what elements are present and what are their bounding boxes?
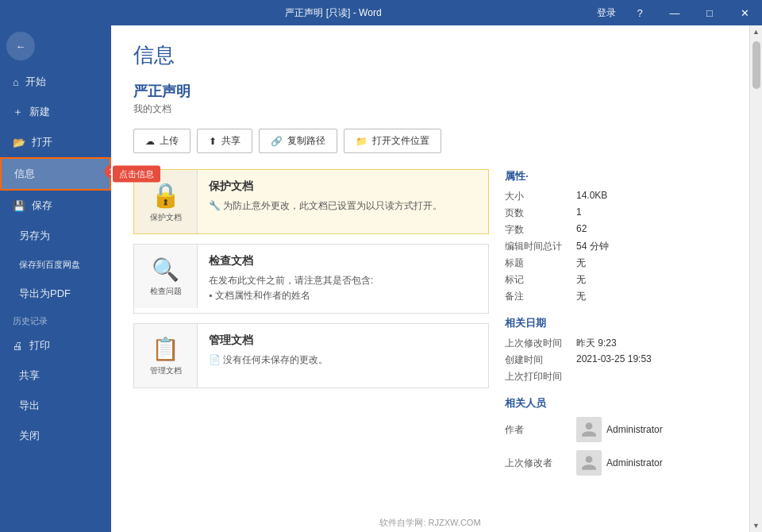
prop-row: 大小14.0KB (505, 190, 727, 203)
help-btn[interactable]: ? (629, 2, 651, 24)
prop-label: 字数 (505, 223, 576, 237)
doc-subtitle: 我的文档 (133, 102, 727, 116)
sidebar-item-home[interactable]: ⌂ 开始 (0, 67, 111, 97)
person-role-label: 作者 (505, 423, 576, 437)
date-row: 创建时间2021-03-25 19:53 (505, 353, 727, 367)
titlebar: 严正声明 [只读] - Word 登录 ? — □ ✕ (0, 0, 762, 25)
sidebar-item-close[interactable]: 关闭 (0, 421, 111, 451)
upload-button[interactable]: ☁ 上传 (133, 129, 190, 153)
save-icon: 💾 (13, 200, 25, 212)
sidebar-item-exportpdf[interactable]: 导出为PDF (0, 279, 111, 309)
scroll-up-arrow[interactable]: ▲ (750, 25, 763, 38)
date-label: 上次打印时间 (505, 370, 576, 384)
date-rows: 上次修改时间昨天 9:23创建时间2021-03-25 19:53上次打印时间 (505, 337, 727, 384)
sidebar-item-share[interactable]: 共享 (0, 360, 111, 391)
date-value: 2021-03-25 19:53 (576, 353, 727, 367)
close-btn[interactable]: ✕ (733, 2, 756, 24)
sidebar-label-open: 打开 (32, 135, 52, 149)
prop-row: 页数1 (505, 206, 727, 220)
login-link[interactable]: 登录 (597, 6, 616, 20)
inspect-bullet-1: 文档属性和作者的姓名 (209, 288, 477, 303)
person-name: Administrator (606, 457, 663, 468)
open-icon: 📂 (13, 137, 25, 148)
scroll-thumb[interactable] (752, 41, 760, 89)
prop-row: 字数62 (505, 223, 727, 237)
sidebar-label-new: 新建 (29, 105, 50, 119)
doc-icon-small: 📄 (209, 354, 223, 365)
sidebar-item-saveas[interactable]: 另存为 (0, 221, 111, 251)
people-rows: 作者 Administrator 上次修改者 Administrator (505, 417, 727, 476)
prop-value: 54 分钟 (576, 240, 727, 253)
inspect-icon: 🔍 (152, 256, 179, 283)
date-value: 昨天 9:23 (576, 337, 727, 350)
back-button[interactable]: ← (6, 32, 35, 60)
prop-row: 标题无 (505, 256, 727, 270)
protect-heading: 保护文档 (209, 179, 477, 194)
share-btn-icon: ⬆ (209, 136, 217, 147)
sidebar-item-print[interactable]: 🖨 打印 (0, 330, 111, 360)
prop-row: 编辑时间总计54 分钟 (505, 240, 727, 253)
prop-value: 无 (576, 256, 727, 270)
protect-desc: 🔧 为防止意外更改，此文档已设置为以只读方式打开。 (209, 199, 477, 214)
date-row: 上次打印时间 (505, 370, 727, 384)
props-dates: 相关日期 上次修改时间昨天 9:23创建时间2021-03-25 19:53上次… (505, 316, 727, 384)
prop-value: 62 (576, 223, 727, 237)
person-role-label: 上次修改者 (505, 457, 576, 470)
sidebar-item-open[interactable]: 📂 打开 (0, 127, 111, 157)
prop-value: 无 (576, 273, 727, 287)
manage-heading: 管理文档 (209, 333, 477, 348)
props-title-attributes[interactable]: 属性· (505, 169, 727, 183)
date-row: 上次修改时间昨天 9:23 (505, 337, 727, 350)
minimize-btn[interactable]: — (664, 2, 686, 24)
new-icon: ＋ (13, 105, 23, 119)
prop-rows: 大小14.0KB页数1字数62编辑时间总计54 分钟标题无标记无备注无 (505, 190, 727, 303)
props-attributes: 属性· 大小14.0KB页数1字数62编辑时间总计54 分钟标题无标记无备注无 (505, 169, 727, 303)
prop-label: 编辑时间总计 (505, 240, 576, 253)
inspect-panel: 🔍 检查问题 检查文档 在发布此文件之前，请注意其是否包含: 文档属性和作者的姓… (133, 244, 489, 314)
main-content: 信息 严正声明 我的文档 ☁ 上传 ⬆ 共享 🔗 复制路径 📁 打开文件位置 (111, 25, 749, 532)
open-location-button[interactable]: 📁 打开文件位置 (344, 129, 441, 153)
inspect-icon-label: 检查问题 (150, 286, 182, 297)
maximize-btn[interactable]: □ (698, 2, 721, 24)
back-icon: ← (16, 40, 26, 52)
sidebar-item-export[interactable]: 导出 (0, 391, 111, 421)
sidebar-label-save: 保存 (32, 199, 52, 213)
sidebar-item-save[interactable]: 💾 保存 (0, 191, 111, 221)
date-label: 创建时间 (505, 353, 576, 367)
sidebar-item-savebaidu[interactable]: 保存到百度网盘 (0, 251, 111, 279)
date-label: 上次修改时间 (505, 337, 576, 350)
app-body: ← ⌂ 开始 ＋ 新建 📂 打开 信息 1 点击信息 💾 保存 另存为 (0, 25, 762, 532)
avatar (576, 450, 602, 476)
upload-icon: ☁ (145, 136, 155, 147)
inspect-content: 检查文档 在发布此文件之前，请注意其是否包含: 文档属性和作者的姓名 (198, 245, 488, 313)
panels-left: 🔒 保护文档 保护文档 🔧 为防止意外更改，此文档已设置为以只读方式打开。 (133, 169, 489, 488)
sidebar-item-new[interactable]: ＋ 新建 (0, 97, 111, 127)
annotation-text: 点击信息 (113, 166, 160, 183)
prop-row: 标记无 (505, 273, 727, 287)
sidebar-label-print: 打印 (29, 338, 50, 353)
props-people: 相关人员 作者 Administrator 上次修改者 Administrato… (505, 396, 727, 476)
date-value (576, 370, 727, 384)
inspect-bullets: 文档属性和作者的姓名 (209, 288, 477, 303)
manage-content: 管理文档 📄 没有任何未保存的更改。 (198, 324, 488, 377)
home-icon: ⌂ (13, 76, 19, 88)
inspect-icon-area: 🔍 检查问题 (134, 245, 198, 308)
copy-path-button[interactable]: 🔗 复制路径 (259, 129, 337, 153)
sidebar-label-share: 共享 (19, 368, 40, 383)
sidebar-label-exportpdf: 导出为PDF (19, 287, 71, 301)
prop-value: 无 (576, 290, 727, 303)
manage-icon-area: 📋 管理文档 (134, 324, 198, 387)
sidebar: ← ⌂ 开始 ＋ 新建 📂 打开 信息 1 点击信息 💾 保存 另存为 (0, 25, 111, 532)
share-button[interactable]: ⬆ 共享 (197, 129, 252, 153)
inspect-desc: 在发布此文件之前，请注意其是否包含: (209, 273, 477, 288)
scrollbar[interactable]: ▲ ▼ (749, 25, 762, 532)
scroll-down-arrow[interactable]: ▼ (750, 519, 763, 532)
folder-icon: 📁 (356, 136, 368, 147)
prop-value: 14.0KB (576, 190, 727, 203)
prop-label: 标记 (505, 273, 576, 287)
properties-panel: 属性· 大小14.0KB页数1字数62编辑时间总计54 分钟标题无标记无备注无 … (505, 169, 727, 488)
protect-panel: 🔒 保护文档 保护文档 🔧 为防止意外更改，此文档已设置为以只读方式打开。 (133, 169, 489, 234)
prop-value: 1 (576, 206, 727, 220)
titlebar-right: 登录 ? — □ ✕ (597, 2, 756, 24)
sidebar-item-info[interactable]: 信息 1 点击信息 (0, 157, 111, 191)
